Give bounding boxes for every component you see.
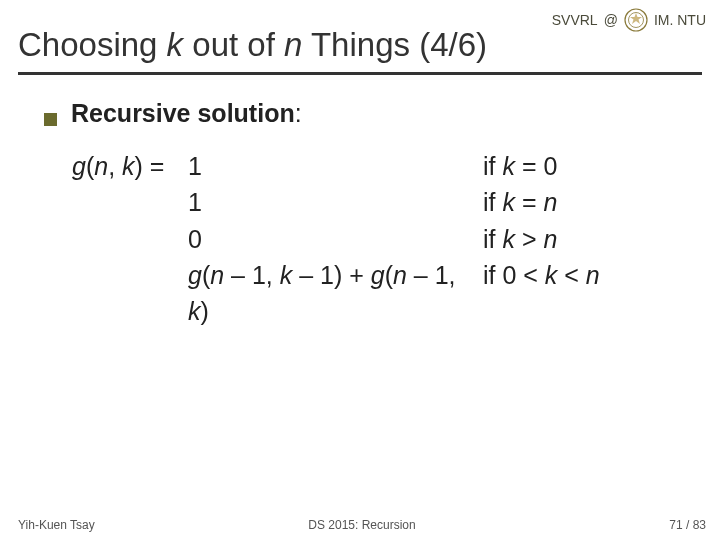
title-text-post: Things (4/6)	[302, 26, 487, 63]
comma: ,	[108, 152, 122, 180]
math-row-1: g(n, k) = 1 if k = 0	[72, 148, 690, 184]
cond-4: if 0 < k < n	[483, 257, 690, 330]
title-var-n: n	[284, 26, 302, 63]
math-lhs-empty	[72, 257, 188, 330]
math-lhs-empty	[72, 221, 188, 257]
slide-footer: Yih-Kuen Tsay DS 2015: Recursion 71 / 83	[0, 518, 720, 532]
math-lhs: g(n, k) =	[72, 148, 188, 184]
math-lhs-empty	[72, 184, 188, 220]
cond-k: k	[502, 188, 515, 216]
var-k: k	[122, 152, 135, 180]
bullet-item: Recursive solution:	[44, 99, 690, 128]
cond-n: n	[586, 261, 600, 289]
header-right-group: SVVRL @ IM. NTU	[552, 8, 706, 32]
math-row-2: 1 if k = n	[72, 184, 690, 220]
institute-label: IM. NTU	[654, 12, 706, 28]
cond-if: if	[483, 225, 502, 253]
cond-if: if	[483, 152, 502, 180]
expr-4: g(n – 1, k – 1) + g(n – 1, k)	[188, 257, 483, 330]
subheading-bold: Recursive solution	[71, 99, 295, 127]
cond-eq: =	[515, 188, 544, 216]
paren-close: )	[201, 297, 209, 325]
title-text-pre: Choosing	[18, 26, 167, 63]
slide-header: SVVRL @ IM. NTU Choosing k out of n Thin…	[0, 0, 720, 75]
cond-rest: = 0	[515, 152, 557, 180]
cond-k: k	[502, 152, 515, 180]
title-text-mid: out of	[183, 26, 284, 63]
cond-k: k	[545, 261, 558, 289]
minus2: – 1,	[407, 261, 456, 289]
expr-1: 1	[188, 148, 483, 184]
fn-g: g	[72, 152, 86, 180]
slide-body: Recursive solution: g(n, k) = 1 if k = 0…	[0, 75, 720, 329]
minus1: – 1,	[224, 261, 280, 289]
subheading-colon: :	[295, 99, 302, 127]
square-bullet-icon	[44, 113, 57, 126]
var-n: n	[210, 261, 224, 289]
cond-if: if 0 <	[483, 261, 545, 289]
fn-g: g	[188, 261, 202, 289]
slide: SVVRL @ IM. NTU Choosing k out of n Thin…	[0, 0, 720, 540]
minus1b: – 1) +	[292, 261, 371, 289]
cond-1: if k = 0	[483, 148, 690, 184]
var-n: n	[393, 261, 407, 289]
cond-gt: >	[515, 225, 544, 253]
var-k: k	[188, 297, 201, 325]
cond-k: k	[502, 225, 515, 253]
cond-3: if k > n	[483, 221, 690, 257]
math-row-4: g(n – 1, k – 1) + g(n – 1, k) if 0 < k <…	[72, 257, 690, 330]
eq-close: ) =	[135, 152, 165, 180]
footer-course: DS 2015: Recursion	[247, 518, 476, 532]
footer-author: Yih-Kuen Tsay	[18, 518, 247, 532]
paren-open: (	[385, 261, 393, 289]
cond-if: if	[483, 188, 502, 216]
cond-lt: <	[557, 261, 586, 289]
expr-2: 1	[188, 184, 483, 220]
var-k: k	[280, 261, 293, 289]
math-row-3: 0 if k > n	[72, 221, 690, 257]
cond-n: n	[543, 225, 557, 253]
footer-page-number: 71 / 83	[477, 518, 706, 532]
title-var-k: k	[167, 26, 184, 63]
at-symbol: @	[604, 12, 618, 28]
expr-3: 0	[188, 221, 483, 257]
paren-open: (	[86, 152, 94, 180]
cond-2: if k = n	[483, 184, 690, 220]
ntu-logo-icon	[624, 8, 648, 32]
var-n: n	[94, 152, 108, 180]
fn-g: g	[371, 261, 385, 289]
svvrl-label: SVVRL	[552, 12, 598, 28]
paren-open: (	[202, 261, 210, 289]
math-block: g(n, k) = 1 if k = 0 1 if k = n 0 if k >	[44, 148, 690, 329]
title-underline	[18, 72, 702, 75]
cond-n: n	[543, 188, 557, 216]
subheading: Recursive solution:	[71, 99, 302, 128]
